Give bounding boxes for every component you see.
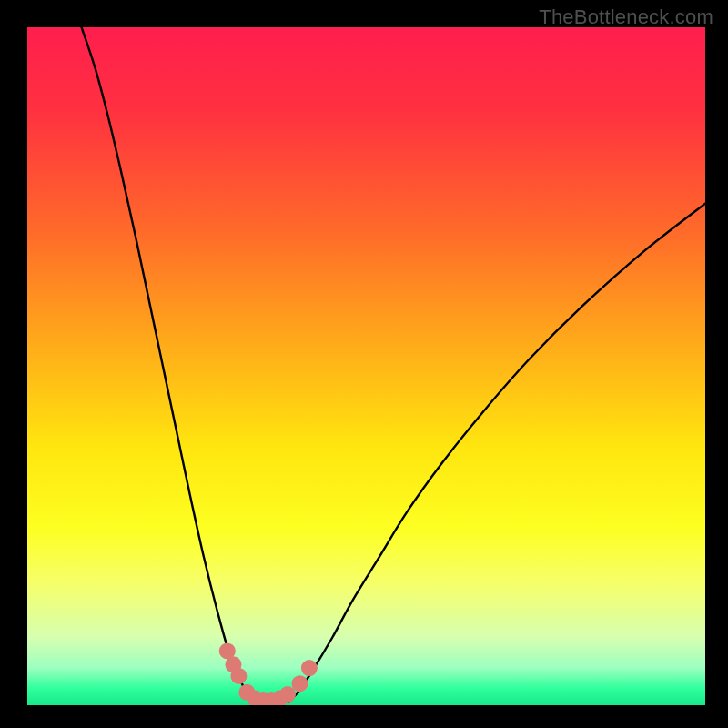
watermark-text: TheBottleneck.com bbox=[539, 5, 713, 29]
trough-marker bbox=[230, 668, 247, 684]
trough-marker bbox=[301, 660, 318, 676]
trough-marker bbox=[279, 686, 296, 703]
plot-background bbox=[27, 27, 705, 705]
chart-frame: { "watermark": "TheBottleneck.com", "cha… bbox=[0, 0, 728, 728]
bottleneck-chart bbox=[0, 0, 728, 728]
trough-marker bbox=[291, 675, 308, 692]
